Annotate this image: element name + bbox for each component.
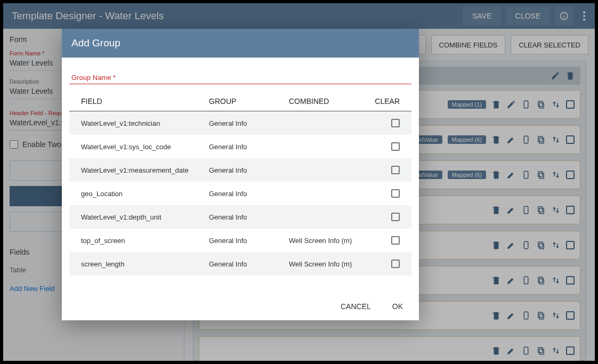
table-header: FIELD GROUP COMBINED CLEAR <box>69 97 411 111</box>
group-name-label: Group Name * <box>69 74 411 82</box>
col-combined: COMBINED <box>289 97 362 106</box>
clear-checkbox[interactable] <box>391 166 400 174</box>
td-group: General Info <box>209 213 289 221</box>
clear-checkbox[interactable] <box>391 142 400 151</box>
td-group: General Info <box>209 237 289 245</box>
fields-table-body[interactable]: WaterLevel_v1:technicianGeneral Info Wat… <box>69 111 411 293</box>
cancel-button[interactable]: CANCEL <box>341 302 371 311</box>
table-row: screen_lengthGeneral InfoWell Screen Inf… <box>69 252 411 276</box>
td-field: top_of_screen <box>81 237 209 245</box>
td-field: WaterLevel_v1:sys_loc_code <box>81 143 209 151</box>
td-group: General Info <box>209 119 289 127</box>
table-row: top_of_screenGeneral InfoWell Screen Inf… <box>69 229 411 252</box>
col-field: FIELD <box>81 97 209 106</box>
td-group: General Info <box>209 190 289 198</box>
table-row: WaterLevel_v1:technicianGeneral Info <box>69 111 411 135</box>
td-group: General Info <box>209 260 289 268</box>
table-row: WaterLevel_v1:measurement_dateGeneral In… <box>69 158 411 182</box>
add-group-dialog: Add Group Group Name * FIELD GROUP COMBI… <box>62 29 419 320</box>
col-clear: CLEAR <box>362 97 400 106</box>
table-row <box>69 276 411 293</box>
clear-checkbox[interactable] <box>391 260 400 268</box>
dialog-footer: CANCEL OK <box>62 293 419 320</box>
ok-button[interactable]: OK <box>392 302 403 311</box>
dialog-title: Add Group <box>62 29 419 58</box>
clear-checkbox[interactable] <box>391 119 400 127</box>
td-combined: Well Screen Info (m) <box>289 260 362 268</box>
td-field: screen_length <box>81 260 209 268</box>
group-name-input[interactable] <box>69 84 411 84</box>
td-field: WaterLevel_v1:measurement_date <box>81 166 209 174</box>
td-field: WaterLevel_v1:depth_unit <box>81 213 209 221</box>
table-row: WaterLevel_v1:depth_unitGeneral Info <box>69 205 411 229</box>
table-row: WaterLevel_v1:sys_loc_codeGeneral Info <box>69 135 411 158</box>
td-field: WaterLevel_v1:technician <box>81 119 209 127</box>
clear-checkbox[interactable] <box>391 213 400 221</box>
td-group: General Info <box>209 143 289 151</box>
td-combined: Well Screen Info (m) <box>289 237 362 245</box>
table-row: geo_LocationGeneral Info <box>69 182 411 205</box>
td-field: geo_Location <box>81 190 209 198</box>
clear-checkbox[interactable] <box>391 189 400 198</box>
td-group: General Info <box>209 166 289 174</box>
col-group: GROUP <box>209 97 289 106</box>
clear-checkbox[interactable] <box>391 236 400 245</box>
